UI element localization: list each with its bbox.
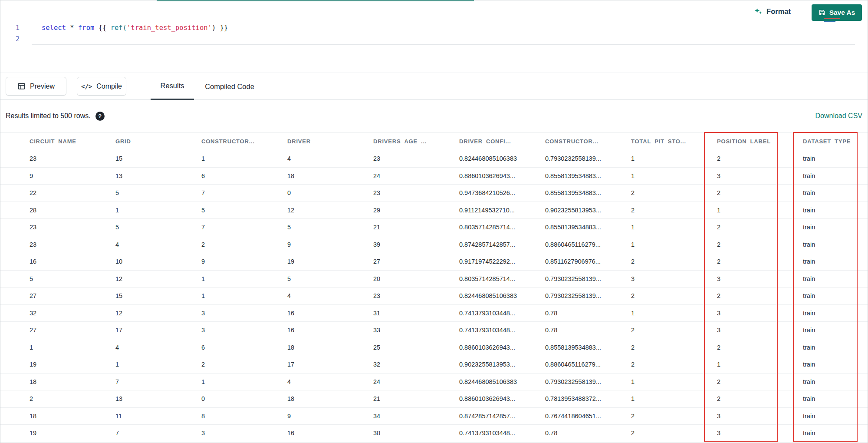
question-circle-icon[interactable]: ? [95, 112, 105, 121]
table-cell: 0.78 [545, 425, 631, 442]
table-cell: 18 [0, 407, 115, 425]
table-cell: 17 [287, 356, 373, 374]
table-cell: 2 [717, 390, 803, 408]
table-cell: train [803, 167, 868, 185]
table-cell: 23 [373, 185, 459, 202]
table-cell: 20 [373, 270, 459, 288]
table-cell: 4 [115, 339, 201, 356]
results-table-body: 231514230.8244680851063830.7930232558139… [0, 150, 868, 442]
table-cell: 2 [201, 356, 287, 374]
table-row: 51215200.8035714285714...0.7930232558139… [0, 270, 868, 288]
table-cell: 0.8742857142857... [459, 236, 545, 253]
active-file-tab-indicator [157, 0, 474, 1]
format-button[interactable]: Format [754, 7, 791, 16]
table-cell: 25 [373, 339, 459, 356]
table-cell: 1 [717, 356, 803, 374]
table-cell: train [803, 373, 868, 390]
results-limit-message: Results limited to 500 rows. ? [6, 100, 105, 132]
table-cell: 30 [373, 425, 459, 442]
table-cell: 1 [201, 150, 287, 168]
table-cell: 3 [717, 270, 803, 288]
table-cell: 24 [373, 373, 459, 390]
minimap-blue-segment [824, 21, 835, 22]
column-header: CONSTRUCTOR... [201, 132, 287, 150]
code-brackets-icon: </> [81, 83, 92, 90]
sql-code-line-1[interactable]: select * from {{ ref('train_test_positio… [42, 22, 228, 33]
table-cell: 1 [631, 390, 717, 408]
table-cell: 1 [631, 219, 717, 236]
table-cell: 2 [631, 185, 717, 202]
table-cell: 1 [717, 202, 803, 219]
table-cell: 5 [287, 270, 373, 288]
compile-button[interactable]: </> Compile [77, 77, 126, 96]
table-cell: 11 [115, 407, 201, 425]
sql-token-open-braces: {{ [94, 24, 110, 32]
table-cell: 2 [717, 150, 803, 168]
table-cell: 3 [717, 407, 803, 425]
table-cell: 15 [115, 150, 201, 168]
table-cell: 18 [0, 373, 115, 390]
table-cell: 2 [0, 390, 115, 408]
download-csv-link[interactable]: Download CSV [815, 100, 863, 132]
table-cell: train [803, 253, 868, 271]
tab-results[interactable]: Results [151, 73, 194, 100]
column-header: CONSTRUCTOR... [545, 132, 631, 150]
table-cell: 28 [0, 202, 115, 219]
table-cell: train [803, 390, 868, 408]
table-cell: train [803, 356, 868, 374]
table-cell: 2 [717, 185, 803, 202]
table-cell: 0.9112149532710... [459, 202, 545, 219]
table-cell: 2 [717, 373, 803, 390]
table-cell: 21 [373, 219, 459, 236]
table-cell: 5 [0, 270, 115, 288]
table-cell: 0.8860103626943... [459, 339, 545, 356]
table-cell: 0.8742857142857... [459, 407, 545, 425]
table-cell: 19 [0, 356, 115, 374]
table-cell: 23 [0, 219, 115, 236]
table-cell: 8 [201, 407, 287, 425]
table-cell: 23 [373, 150, 459, 168]
table-cell: 1 [631, 304, 717, 322]
results-limit-text: Results limited to 500 rows. [6, 112, 91, 120]
table-cell: 2 [631, 288, 717, 305]
sql-code-line-2[interactable] [42, 33, 853, 45]
table-cell: 0.8035714285714... [459, 270, 545, 288]
table-cell: 0.8860103626943... [459, 390, 545, 408]
table-cell: 13 [115, 390, 201, 408]
table-cell: 5 [115, 219, 201, 236]
save-as-label: Save As [829, 9, 855, 17]
preview-button[interactable]: Preview [6, 77, 66, 96]
table-row: 281512290.9112149532710...0.902325581395… [0, 202, 868, 219]
table-cell: 12 [287, 202, 373, 219]
table-cell: 1 [631, 167, 717, 185]
table-cell: 39 [373, 236, 459, 253]
table-cell: 0.8860465116279... [545, 356, 631, 374]
column-header: DRIVER_CONFI... [459, 132, 545, 150]
table-cell: 12 [115, 270, 201, 288]
sql-token-close-braces: }} [216, 24, 228, 32]
table-cell: 9 [287, 407, 373, 425]
table-row: 271514230.8244680851063830.7930232558139… [0, 288, 868, 305]
table-cell: 2 [631, 322, 717, 339]
table-cell: 1 [631, 236, 717, 253]
table-cell: 0.7813953488372... [545, 390, 631, 408]
table-cell: train [803, 304, 868, 322]
table-cell: 0.7674418604651... [545, 407, 631, 425]
table-cell: 0.8860465116279... [545, 236, 631, 253]
table-cell: 2 [717, 288, 803, 305]
preview-button-label: Preview [30, 83, 55, 90]
table-cell: 0.8035714285714... [459, 219, 545, 236]
table-cell: 0.7413793103448... [459, 304, 545, 322]
table-cell: 3 [717, 304, 803, 322]
column-header: TOTAL_PIT_STO... [631, 132, 717, 150]
table-cell: 0.8558139534883... [545, 167, 631, 185]
table-cell: 19 [0, 425, 115, 442]
table-cell: 2 [631, 425, 717, 442]
column-header: CIRCUIT_NAME [0, 132, 115, 150]
sql-token-ref-function: ref( [111, 24, 127, 32]
table-cell: 5 [115, 185, 201, 202]
table-cell: 12 [115, 304, 201, 322]
line-number-gutter: 1 2 [0, 22, 20, 45]
table-row: 197316300.7413793103448...0.7823train [0, 425, 868, 442]
tab-compiled-code[interactable]: Compiled Code [203, 73, 256, 100]
